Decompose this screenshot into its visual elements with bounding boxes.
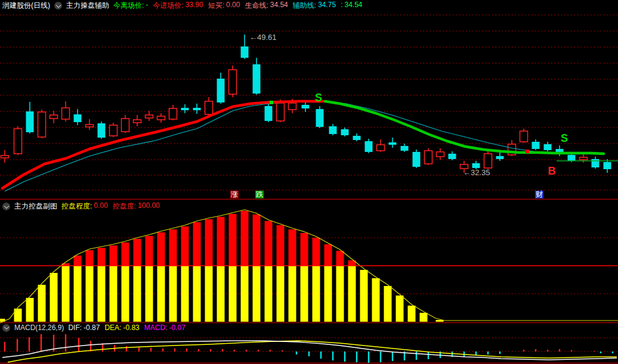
main-indicator-name[interactable]: 主力操盘辅助 (66, 1, 109, 11)
strip-label-财[interactable]: 财 (535, 191, 543, 198)
control-bar-yellow (301, 266, 308, 322)
collapse-chevron-icon[interactable] (2, 324, 10, 332)
panel2-field-value: 100.00 (138, 201, 160, 211)
candle-down (217, 79, 225, 102)
control-bar-yellow (122, 266, 129, 322)
panel2-indicator-values: 控盘程度:0.00控盘度:100.00 (61, 201, 160, 211)
control-bar-yellow (336, 266, 344, 322)
candle-up (38, 112, 46, 137)
control-bar-yellow (157, 266, 165, 322)
candle-down (568, 155, 576, 161)
candle-down (496, 156, 504, 159)
control-bar-yellow (98, 266, 106, 322)
strip-label-涨[interactable]: 涨 (230, 191, 239, 198)
signal-dot (526, 150, 529, 153)
control-bar-yellow (86, 266, 94, 322)
main-field-label: 生命线: (245, 1, 268, 11)
candle-up (50, 115, 58, 119)
control-bar-red (301, 233, 308, 266)
candle-up (1, 155, 9, 158)
control-bar-yellow (384, 286, 392, 322)
main-indicator-values: 今离场价:-今进场价:33.90短买:0.00生命线:34.54辅助线:34.7… (113, 1, 363, 11)
main-field-label: : (341, 1, 342, 11)
candle-down (26, 111, 34, 132)
control-bar-yellow (181, 266, 189, 322)
macd-field-value: -0.83 (123, 323, 139, 332)
candle-down (329, 126, 337, 134)
macd-field-value: -0.07 (169, 323, 185, 332)
candle-down (316, 109, 324, 127)
candle-down (353, 136, 361, 140)
control-bar-yellow (408, 306, 416, 322)
candle-down (544, 144, 552, 150)
macd-indicator-name[interactable]: MACD(12,26,9) (14, 323, 64, 332)
candle-down (413, 152, 421, 167)
main-field-value: 33.90 (186, 1, 203, 11)
control-bar-yellow (74, 266, 82, 322)
control-bar-yellow (146, 266, 153, 322)
signal-marker-S: S (315, 92, 322, 104)
main-field-value: - (146, 1, 148, 11)
main-field-value: 34.75 (318, 1, 336, 11)
symbol-title: 润建股份(日线) (2, 1, 50, 11)
candle-down (604, 162, 611, 169)
control-bar-red (205, 219, 213, 266)
control-bar-yellow (62, 266, 70, 322)
control-bar-red (289, 229, 296, 266)
control-bar-red (74, 256, 82, 266)
control-bar-yellow (396, 295, 404, 322)
strip-label-跌[interactable]: 跌 (255, 191, 264, 198)
macd-field: MACD:-0.07 (144, 323, 186, 332)
panel2-field-label: 控盘程度: (61, 201, 92, 211)
candle-down (401, 146, 409, 151)
price-annotation: ←49.61 (249, 33, 277, 42)
collapse-chevron-icon[interactable] (2, 203, 10, 210)
macd-field-label: MACD: (144, 323, 168, 332)
control-bar-yellow (360, 270, 368, 322)
candle-down (181, 108, 189, 110)
candle-up (62, 108, 70, 119)
candle-up (110, 125, 118, 136)
control-bar-red (325, 244, 332, 266)
price-annotation: ←32.35 (463, 168, 490, 177)
candle-up (377, 145, 385, 151)
macd-field-label: DEA: (104, 323, 121, 332)
main-field-value: 34.54 (345, 1, 363, 11)
macd-field: DEA:-0.83 (104, 323, 139, 332)
control-bar-red (134, 239, 141, 266)
control-bar-yellow (277, 266, 285, 322)
panel2-field-value: 0.00 (94, 201, 107, 211)
candle-down (365, 141, 373, 152)
control-bar-yellow (313, 266, 320, 322)
panel2-field-label: 控盘度: (113, 201, 136, 211)
macd-indicator-values: DIF:-0.87DEA:-0.83MACD:-0.07 (68, 323, 185, 332)
main-field-label: 短买: (208, 1, 224, 11)
candle-down (302, 105, 310, 108)
candle-down (98, 123, 106, 138)
candle-down (74, 114, 82, 122)
control-bar-red (98, 248, 106, 266)
control-bar-red (157, 232, 165, 266)
candle-down (472, 163, 480, 168)
candle-down (449, 154, 456, 159)
macd-header: MACD(12,26,9) DIF:-0.87DEA:-0.83MACD:-0.… (2, 323, 186, 332)
control-bar-yellow (372, 278, 380, 322)
control-bar-yellow (420, 313, 428, 322)
collapse-chevron-icon[interactable] (54, 2, 62, 10)
control-bar-red (193, 222, 201, 266)
candle-down (592, 159, 600, 167)
control-bar-red (253, 214, 261, 266)
control-bar-yellow (205, 266, 213, 322)
control-bar-red (146, 236, 153, 266)
control-bar-yellow (169, 266, 177, 322)
candle-up (425, 151, 432, 164)
control-bar-yellow (193, 266, 201, 322)
macd-field-value: -0.87 (84, 323, 100, 332)
candle-up (205, 101, 213, 114)
signal-marker-S: S (561, 132, 568, 144)
candle-up (580, 157, 588, 160)
panel2-indicator-name[interactable]: 主力控盘副图 (14, 201, 57, 211)
candle-down (556, 149, 564, 152)
signal-dot (270, 101, 273, 104)
candle-up (229, 70, 237, 94)
